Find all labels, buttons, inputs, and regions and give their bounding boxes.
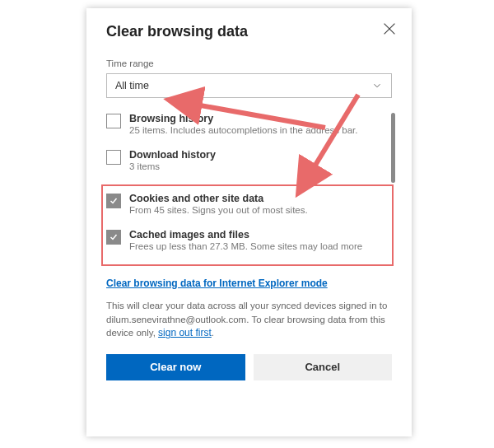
clear-browsing-data-dialog: Clear browsing data Time range All time … (86, 8, 412, 436)
cancel-button[interactable]: Cancel (254, 354, 393, 380)
dialog-title: Clear browsing data (106, 23, 392, 40)
item-sub: Frees up less than 27.3 MB. Some sites m… (129, 240, 362, 254)
checkbox-cached-files[interactable] (106, 230, 121, 245)
sign-out-link[interactable]: sign out first (158, 327, 212, 338)
item-title: Cookies and other site data (129, 193, 308, 204)
checkbox-cookies[interactable] (106, 194, 121, 208)
checkbox-browsing-history[interactable] (106, 114, 121, 128)
check-icon (109, 232, 119, 242)
item-sub: 25 items. Includes autocompletions in th… (129, 124, 357, 138)
item-title: Download history (129, 149, 216, 161)
item-sub: 3 items (129, 161, 216, 174)
check-icon (109, 196, 119, 206)
item-sub: From 45 sites. Signs you out of most sit… (129, 204, 308, 217)
chevron-down-icon (371, 80, 383, 91)
timerange-label: Time range (106, 58, 392, 68)
list-item: Download history 3 items (106, 149, 392, 174)
close-icon (380, 20, 398, 38)
checkbox-download-history[interactable] (106, 150, 121, 165)
scrollbar-thumb[interactable] (391, 113, 395, 183)
timerange-select[interactable]: All time (106, 73, 392, 98)
list-item: Browsing history 25 items. Includes auto… (106, 113, 392, 138)
sync-note: This will clear your data across all you… (106, 299, 392, 341)
list-item: Cookies and other site data From 45 site… (106, 193, 389, 217)
item-title: Cached images and files (129, 229, 362, 240)
ie-mode-link[interactable]: Clear browsing data for Internet Explore… (106, 278, 392, 289)
item-title: Browsing history (129, 113, 357, 124)
timerange-value: All time (115, 80, 149, 91)
list-item: Cached images and files Frees up less th… (106, 229, 389, 254)
close-button[interactable] (380, 20, 398, 38)
clear-now-button[interactable]: Clear now (106, 354, 245, 380)
annotation-highlight-box: Cookies and other site data From 45 site… (101, 184, 394, 266)
data-types-list: Browsing history 25 items. Includes auto… (106, 113, 392, 266)
dialog-buttons: Clear now Cancel (106, 354, 392, 380)
